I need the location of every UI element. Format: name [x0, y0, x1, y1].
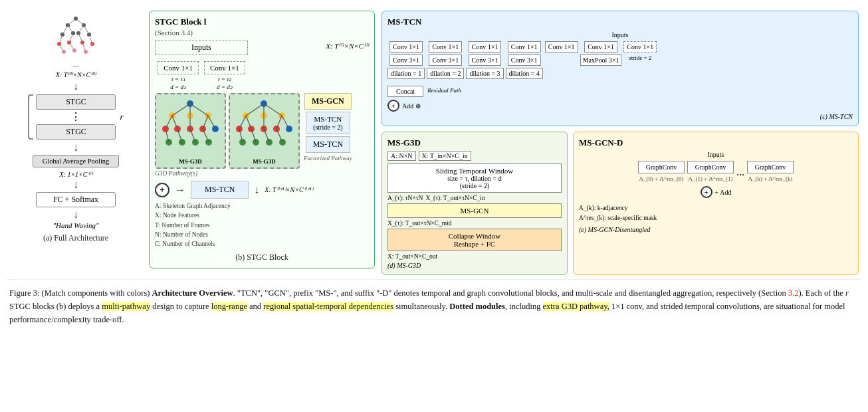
- b1-conv2: Conv 3×1: [389, 54, 423, 66]
- gcnd-A0: A_(0) + A^res_(0): [639, 175, 684, 182]
- panel-a: ... X: T⁽⁰⁾×N×C⁽⁰⁾ ↓ STGC ⋮ STGC r ↓ Glo…: [9, 11, 142, 246]
- b3-conv2: Conv 3×1: [469, 54, 502, 66]
- x-output-label: X: T⁽ˡ⁺¹⁾×N×C⁽ˡ⁺¹⁾: [265, 186, 312, 193]
- stgc-dots: ⋮: [70, 112, 81, 122]
- gcnd-graphconv-1: GraphConv: [687, 161, 734, 173]
- conv-branch-1: Conv 1×1 τ = τ₁ d = d₁: [158, 61, 199, 90]
- b1-conv1: Conv 1×1: [389, 41, 423, 52]
- conv-branch-2: Conv 1×1 τ = τ₂ d = d₂: [204, 61, 245, 90]
- d2-label: d = d₂: [217, 84, 233, 90]
- svg-line-16: [62, 25, 68, 35]
- diagram-row: ... X: T⁽⁰⁾×N×C⁽⁰⁾ ↓ STGC ⋮ STGC r ↓ Glo…: [7, 7, 861, 275]
- output-label: "Hand Waving": [53, 221, 98, 229]
- caption-text5: and: [247, 302, 263, 311]
- b2-conv2: Conv 3×1: [429, 54, 462, 66]
- svg-line-47: [208, 116, 215, 129]
- panel-mstcn: MS-TCN Inputs Conv 1×1 Conv 3×1 dilation…: [381, 11, 859, 126]
- add-circle: +: [155, 183, 169, 197]
- arrow-3: ↓: [73, 179, 78, 190]
- caption-text1: . "TCN", "GCN", prefix "MS-", and suffix…: [233, 288, 788, 298]
- tau1-label: τ = τ₁: [171, 76, 185, 82]
- msgcnd-caption: (e) MS-GCN-Disentangled: [579, 226, 853, 233]
- arrow-4: ↓: [73, 209, 78, 220]
- tcn-branches-row: Conv 1×1 Conv 3×1 dilation = 1 Conv 1×1 …: [387, 41, 853, 79]
- tcn-add-circle: +: [387, 100, 399, 112]
- tcn-branch-5: Conv 1×1: [545, 41, 578, 52]
- svg-line-23: [89, 35, 92, 44]
- reshape-label: Reshape + FC: [393, 240, 556, 248]
- tau2-label: τ = τ₂: [217, 76, 231, 82]
- ms-tcn-stride-box: MS-TCN (stride = 2): [306, 112, 350, 134]
- collapse-label: Collapse Window: [393, 232, 556, 240]
- tcn-branch-3: Conv 1×1 Conv 3×1 dilation = 3: [466, 41, 503, 79]
- svg-line-43: [165, 116, 172, 129]
- X-tau: X_(τ): T_out×τN×C_in: [425, 195, 485, 201]
- mstcn-title: MS-TCN: [387, 17, 853, 27]
- g3d-graph-2: [233, 97, 296, 157]
- ann-C: C: Number of Channels: [155, 239, 215, 249]
- arrow-2: ↓: [73, 142, 78, 153]
- d1-label: d = d₁: [170, 84, 186, 90]
- ms-gcn-inner-box: MS-GCN: [387, 203, 562, 218]
- stw-size: size = τ, dilation = d: [393, 175, 556, 182]
- b3-dil: dilation = 3: [466, 68, 503, 79]
- stw-label: Sliding Temporal Window: [393, 167, 556, 175]
- caption-hl3: regional spatial-temporal dependencies: [263, 302, 393, 311]
- x-input-label: X: T⁽⁰⁾×N×C⁽⁰⁾: [56, 71, 96, 78]
- svg-line-68: [239, 116, 246, 129]
- gcnd-branch-1: GraphConv A_(1) + A^res_(1): [687, 161, 734, 182]
- conv-box-2: Conv 1×1: [204, 61, 245, 74]
- b6-conv1: Conv 1×1: [584, 41, 617, 52]
- panel-b-caption: (b) STGC Block: [155, 253, 369, 262]
- msg3d-inputs: A: N×N X: T_in×N×C_in: [387, 151, 562, 161]
- panel-a-caption: (a) Full Architecture: [43, 233, 108, 243]
- g3d-graph-1: [159, 97, 222, 157]
- arrow-1: ↓: [73, 81, 78, 92]
- b4-conv2: Conv 3×1: [508, 54, 541, 66]
- svg-line-15: [76, 19, 84, 25]
- caption-hl1: multi-pathway: [102, 302, 150, 311]
- caption-ref1: 3.2: [788, 288, 799, 298]
- right-pathway: MS-GCN MS-TCN (stride = 2) MS-TCN Factor…: [304, 93, 352, 161]
- caption-r: r: [845, 288, 849, 298]
- gcnd-branch-0: GraphConv A_(0) + A^res_(0): [638, 161, 685, 182]
- panel-b-title: STGC Block l: [155, 17, 206, 27]
- svg-line-18: [78, 25, 84, 33]
- gcnd-add-label: + Add: [715, 189, 732, 196]
- pool-box: Global Average Pooling: [33, 155, 119, 167]
- residual-label: Residual Path: [427, 87, 461, 94]
- panel-b-header: STGC Block l: [155, 17, 369, 29]
- gcnd-branches: GraphConv A_(0) + A^res_(0) GraphConv A_…: [579, 161, 853, 182]
- b6-maxpool: MaxPool 3×1: [580, 54, 622, 66]
- tcn-branch-6: Conv 1×1 MaxPool 3×1: [580, 41, 622, 66]
- gcnd-add-circle: +: [701, 186, 712, 198]
- msg3d-box-1: MS-G3D: [155, 93, 226, 169]
- X-tau-mid: X_(τ): T_out×τN×C_mid: [387, 220, 562, 227]
- X-final: X: T_out×N×C_out: [387, 253, 562, 260]
- panel-b-sub: (Section 3.4): [155, 29, 369, 37]
- caption-hl2: long-range: [211, 302, 247, 311]
- gcnd-graphconv-k: GraphConv: [747, 161, 794, 173]
- tcn-add-row: + Add ⊕: [387, 100, 853, 112]
- b2-conv1: Conv 1×1: [429, 41, 462, 52]
- tcn-concat-row: Concat Residual Path: [387, 83, 853, 97]
- ann-X: X: Node Features: [155, 211, 199, 220]
- mstcn-caption: (c) MS-TCN: [387, 113, 853, 120]
- svg-line-26: [82, 43, 86, 52]
- fc-box: FC + Softmax: [36, 192, 116, 207]
- svg-line-20: [59, 35, 62, 44]
- g3d-graphs: MS-G3D: [155, 93, 300, 169]
- stgc-group: STGC ⋮ STGC r: [28, 94, 123, 140]
- gcnd-ann-res: A^res_(k): scale-specific mask: [579, 213, 853, 223]
- svg-line-17: [68, 25, 73, 33]
- b4-dil: dilation = 4: [506, 68, 543, 79]
- concat-box: Concat: [387, 86, 423, 97]
- gcnd-branch-k: GraphConv A_(k) + A^res_(k): [747, 161, 794, 182]
- annotations-box: A: Skeleton Graph Adjacency X: Node Feat…: [155, 201, 369, 249]
- r-label: r: [120, 112, 123, 122]
- caption-text4: design to capture: [150, 302, 211, 311]
- g3d-pathway-label: G3D Pathway(s): [155, 170, 369, 177]
- bottom-right-row: MS-G3D A: N×N X: T_in×N×C_in Sliding Tem…: [381, 132, 859, 275]
- msg3d-X-label: X: T_in×N×C_in: [419, 151, 471, 161]
- msg3d-caption: (d) MS-G3D: [387, 262, 562, 269]
